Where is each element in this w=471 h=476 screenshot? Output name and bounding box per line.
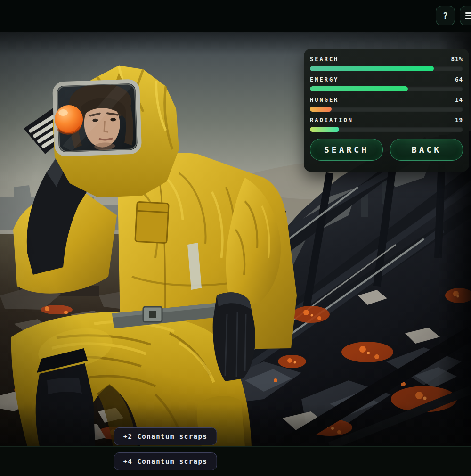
toast-text: +4 Conantum scraps (123, 458, 208, 465)
stat-bar-track (310, 86, 463, 91)
stat-bar-fill (310, 66, 434, 71)
stat-label: RADIATION (310, 117, 353, 123)
stat-bar-track (310, 127, 463, 132)
stat-label: ENERGY (310, 77, 339, 82)
stat-label: HUNGER (310, 97, 339, 103)
stat-row: HUNGER 14 (310, 97, 463, 112)
stat-bar-track (310, 107, 463, 112)
stat-bar-fill (310, 86, 408, 91)
question-mark-icon: ? (443, 10, 448, 21)
button-label: SEARCH (324, 145, 369, 155)
stats-rows: SEARCH 81% ENERGY 64 HUNGER 14 RADIATION… (310, 57, 463, 132)
search-button[interactable]: SEARCH (310, 139, 383, 161)
button-label: BACK (412, 145, 441, 155)
toast-notification: +2 Conantum scraps (114, 427, 217, 445)
stat-row: RADIATION 19 (310, 117, 463, 132)
stat-bar-fill (310, 127, 339, 132)
toast-text: +2 Conantum scraps (123, 433, 208, 440)
stat-value: 19 (455, 117, 463, 123)
back-button[interactable]: BACK (390, 139, 463, 161)
stat-bar-fill (310, 107, 332, 112)
menu-button[interactable] (460, 6, 471, 25)
topbar: ? (0, 0, 471, 32)
stat-bar-track (310, 66, 463, 71)
stat-row: ENERGY 64 (310, 77, 463, 91)
stat-value: 81% (451, 57, 463, 62)
stat-value: 14 (455, 97, 463, 103)
stat-label: SEARCH (310, 57, 339, 62)
toast-notification: +4 Conantum scraps (114, 452, 217, 470)
stat-row: SEARCH 81% (310, 57, 463, 71)
stats-panel: SEARCH 81% ENERGY 64 HUNGER 14 RADIATION… (304, 49, 469, 172)
stat-value: 64 (455, 77, 463, 82)
hamburger-icon (465, 12, 471, 19)
help-button[interactable]: ? (436, 6, 455, 25)
panel-buttons: SEARCH BACK (310, 139, 463, 161)
